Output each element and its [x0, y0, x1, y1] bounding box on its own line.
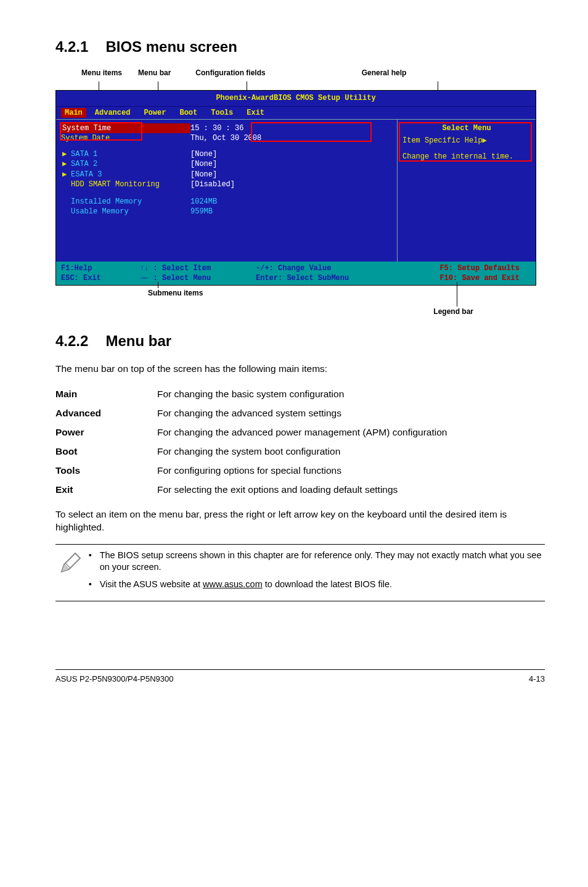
s2-outro: To select an item on the menu bar, press… — [55, 508, 545, 534]
def-val: For configuring options for special func… — [157, 461, 545, 481]
help-body: Change the internal time. — [402, 152, 531, 162]
legend-change-value: -/+: Change Value — [256, 263, 391, 273]
menu-definitions-table: MainFor changing the basic system config… — [55, 385, 545, 500]
legend-f10: F10: Save and Exit — [439, 273, 520, 283]
bios-menubar[interactable]: Main Advanced Power Boot Tools Exit — [56, 107, 536, 120]
s2-intro: The menu bar on top of the screen has th… — [55, 363, 545, 376]
def-val: For changing the advanced power manageme… — [157, 423, 545, 442]
heading-421: 4.2.1BIOS menu screen — [55, 37, 545, 57]
note-text: to download the latest BIOS file. — [263, 579, 392, 589]
tab-advanced[interactable]: Advanced — [95, 108, 131, 118]
def-key: Main — [55, 385, 157, 404]
table-row: ToolsFor configuring options for special… — [55, 461, 545, 481]
sata2-label[interactable]: SATA 2 — [71, 159, 190, 169]
installed-memory-label: Installed Memory — [71, 197, 190, 207]
annot-menuitems: Menu items — [81, 68, 122, 79]
esata3-value[interactable]: [None] — [190, 170, 217, 179]
pencil-icon — [58, 550, 86, 596]
annot-submenu: Submenu items — [148, 288, 203, 298]
tab-main[interactable]: Main — [61, 108, 86, 118]
tab-exit[interactable]: Exit — [247, 108, 264, 118]
note-item: Visit the ASUS website at www.asus.com t… — [86, 579, 542, 591]
table-row: MainFor changing the basic system config… — [55, 385, 545, 404]
table-row: ExitFor selecting the exit options and l… — [55, 481, 545, 500]
heading-num: 4.2.1 — [55, 37, 88, 57]
tab-boot[interactable]: Boot — [179, 108, 197, 118]
note-text: Visit the ASUS website at — [100, 579, 203, 589]
legend-select-menu: →← : Select Menu — [140, 273, 245, 283]
hdd-smart-value[interactable]: [Disabled] — [190, 179, 235, 189]
bios-screenshot: Phoenix-AwardBIOS CMOS Setup Utility Mai… — [55, 90, 536, 286]
footer-left: ASUS P2-P5N9300/P4-P5N9300 — [55, 674, 174, 685]
legend-select-item: ↑↓ : Select Item — [140, 263, 245, 273]
system-time-value[interactable]: 15 : 30 : 36 — [190, 123, 243, 133]
legend-f5: F5: Setup Defaults — [439, 263, 520, 273]
bios-title: Phoenix-AwardBIOS CMOS Setup Utility — [56, 91, 536, 106]
table-row: BootFor changing the system boot configu… — [55, 442, 545, 461]
installed-memory-value: 1024MB — [190, 197, 217, 207]
def-key: Advanced — [55, 404, 157, 423]
submenu-arrow-icon: ▶ — [62, 170, 67, 179]
heading-422: 4.2.2Menu bar — [55, 331, 545, 351]
annot-menubar: Menu bar — [138, 68, 171, 79]
def-key: Tools — [55, 461, 157, 481]
hdd-smart-label[interactable]: HDD SMART Monitoring — [71, 179, 190, 189]
def-val: For changing the system boot configurati… — [157, 442, 545, 461]
bios-help-pane: Select Menu Item Specific Help▶ Change t… — [397, 120, 536, 262]
footer-right: 4-13 — [529, 674, 545, 685]
def-key: Power — [55, 423, 157, 442]
heading-num: 4.2.2 — [55, 331, 88, 351]
sata1-label[interactable]: SATA 1 — [71, 149, 190, 159]
page-footer: ASUS P2-P5N9300/P4-P5N9300 4-13 — [55, 669, 545, 685]
table-row: AdvancedFor changing the advanced system… — [55, 404, 545, 423]
sata2-value[interactable]: [None] — [190, 159, 217, 169]
legend-esc: ESC: Exit — [61, 273, 129, 283]
bios-legend-bar: F1:Help ESC: Exit ↑↓ : Select Item →← : … — [56, 262, 536, 285]
note-box: The BIOS setup screens shown in this cha… — [55, 544, 545, 601]
help-sub: Item Specific Help▶ — [402, 136, 531, 146]
heading-title: BIOS menu screen — [105, 38, 237, 55]
system-time-label[interactable]: System Time — [61, 123, 190, 133]
def-val: For changing the advanced system setting… — [157, 404, 545, 423]
sata1-value[interactable]: [None] — [190, 149, 217, 159]
esata3-label[interactable]: ESATA 3 — [71, 170, 190, 179]
def-val: For changing the basic system configurat… — [157, 385, 545, 404]
tab-power[interactable]: Power — [144, 108, 166, 118]
bios-figure: Menu items Menu bar Configuration fields… — [55, 68, 536, 323]
def-val: For selecting the exit options and loadi… — [157, 481, 545, 500]
def-key: Exit — [55, 481, 157, 500]
system-date-label[interactable]: System Date — [61, 133, 190, 143]
tab-tools[interactable]: Tools — [211, 108, 233, 118]
def-key: Boot — [55, 442, 157, 461]
table-row: PowerFor changing the advanced power man… — [55, 423, 545, 442]
annot-config: Configuration fields — [195, 68, 265, 79]
submenu-arrow-icon: ▶ — [62, 159, 67, 169]
note-link[interactable]: www.asus.com — [203, 579, 263, 589]
bios-left-pane: System Time 15 : 30 : 36 System Date Thu… — [56, 120, 397, 262]
help-title: Select Menu — [402, 123, 531, 133]
note-item: The BIOS setup screens shown in this cha… — [86, 550, 542, 574]
system-date-value[interactable]: Thu, Oct 30 2008 — [190, 133, 261, 143]
legend-select-submenu: Enter: Select SubMenu — [256, 273, 391, 283]
usable-memory-label: Usable Memory — [71, 207, 190, 217]
annot-general: General help — [362, 68, 407, 79]
heading-title: Menu bar — [105, 332, 171, 349]
submenu-arrow-icon: ▶ — [62, 149, 67, 159]
annot-legend: Legend bar — [433, 307, 473, 316]
legend-f1: F1:Help — [61, 263, 129, 273]
usable-memory-value: 959MB — [190, 207, 213, 217]
